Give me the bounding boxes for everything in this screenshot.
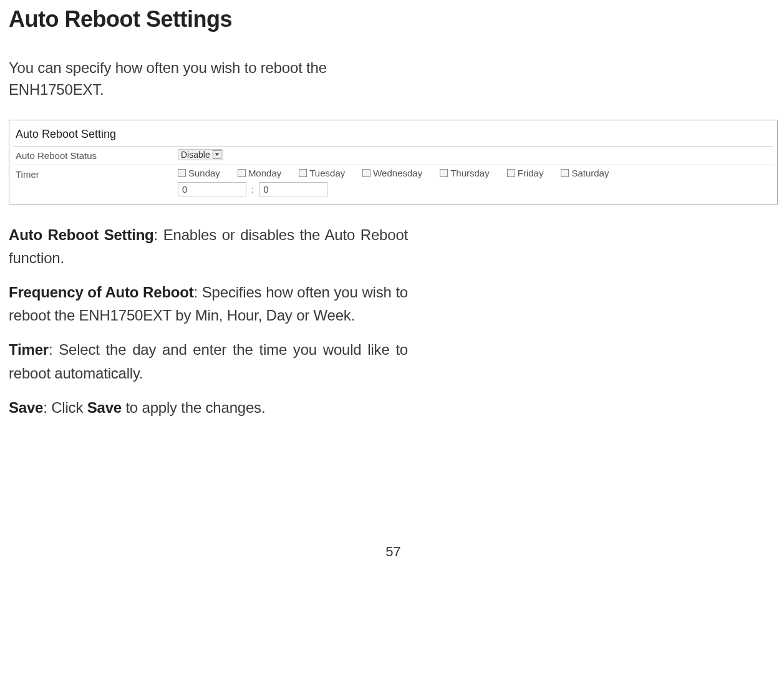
day-label: Tuesday [309,168,345,178]
desc-auto-reboot-setting: Auto Reboot Setting: Enables or disables… [9,223,408,269]
time-separator: : [251,184,254,195]
auto-reboot-status-select[interactable]: Disable [178,149,223,160]
day-label: Friday [518,168,544,178]
intro-text: You can specify how often you wish to re… [9,57,395,101]
term: Auto Reboot Setting [9,226,154,243]
checkbox-icon [440,169,448,177]
save-bold: Save [87,399,122,416]
term: Timer [9,341,49,358]
intro-line-2: ENH1750EXT. [9,81,104,98]
day-friday[interactable]: Friday [507,168,544,178]
checkbox-icon [507,169,515,177]
checkbox-icon [561,169,569,177]
day-label: Saturday [571,168,609,178]
checkbox-icon [362,169,370,177]
day-label: Wednesday [373,168,422,178]
row-auto-reboot-status: Auto Reboot Status Disable [13,147,773,165]
row-timer: Timer Sunday Monday Tuesday [13,165,773,200]
day-label: Monday [248,168,281,178]
page-title: Auto Reboot Settings [9,6,778,32]
checkbox-icon [178,169,186,177]
time-hour-input[interactable]: 0 [178,182,246,196]
desc-frequency: Frequency of Auto Reboot: Specifies how … [9,281,408,327]
page-number: 57 [9,544,778,560]
desc-timer: Timer: Select the day and enter the time… [9,338,408,384]
definition: : Select the day and enter the time you … [9,341,408,381]
settings-panel: Auto Reboot Setting Auto Reboot Status D… [9,120,778,205]
select-value: Disable [181,150,210,160]
day-label: Thursday [450,168,490,178]
definition-prefix: : Click [43,399,87,416]
day-thursday[interactable]: Thursday [440,168,490,178]
timer-days: Sunday Monday Tuesday Wednesday [178,168,771,178]
day-sunday[interactable]: Sunday [178,168,220,178]
checkbox-icon [238,169,246,177]
label-auto-reboot-status: Auto Reboot Status [13,147,175,165]
term: Save [9,399,43,416]
desc-save: Save: Click Save to apply the changes. [9,396,408,419]
day-wednesday[interactable]: Wednesday [362,168,422,178]
timer-time: 0 : 0 [178,182,771,196]
intro-line-1: You can specify how often you wish to re… [9,59,327,76]
definition-suffix: to apply the changes. [122,399,265,416]
day-saturday[interactable]: Saturday [561,168,609,178]
day-tuesday[interactable]: Tuesday [299,168,345,178]
day-label: Sunday [188,168,220,178]
checkbox-icon [299,169,307,177]
label-timer: Timer [13,165,175,183]
day-monday[interactable]: Monday [238,168,281,178]
chevron-down-icon [213,150,221,159]
time-minute-input[interactable]: 0 [259,182,327,196]
term: Frequency of Auto Reboot [9,284,194,301]
panel-header: Auto Reboot Setting [13,124,773,147]
